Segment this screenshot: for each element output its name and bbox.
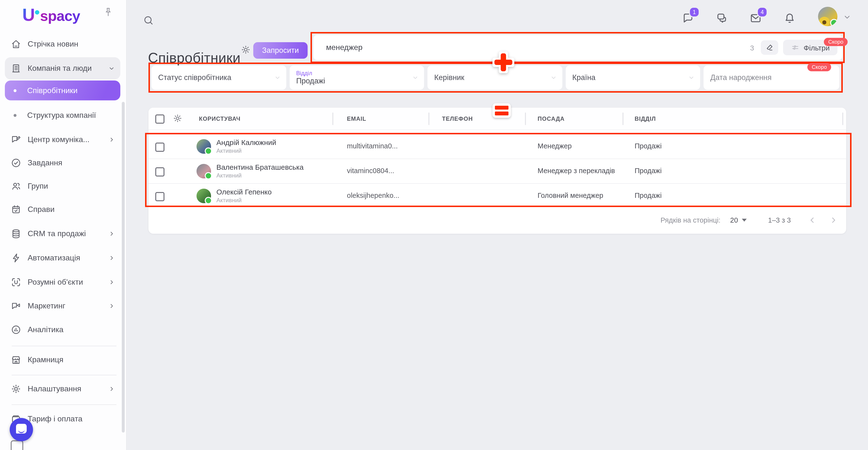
table-row[interactable]: Олексій Гепенко Активний oleksijhepenko.… <box>149 184 846 208</box>
employees-table-card: КОРИСТУВАЧ EMAIL ТЕЛЕФОН ПОСАДА ВІДДІЛ А… <box>149 108 846 234</box>
sidebar-item-label: Тариф і оплата <box>28 415 83 423</box>
building-icon <box>11 63 21 74</box>
sidebar-item-label: Завдання <box>28 159 62 167</box>
row-avatar <box>196 189 211 203</box>
next-page-button[interactable] <box>829 215 838 225</box>
filter-department[interactable]: Відділ Продажі <box>289 65 424 90</box>
rows-per-page-select[interactable]: 20 <box>730 216 747 224</box>
employee-position: Менеджер <box>537 142 572 150</box>
chevron-right-icon <box>108 254 116 262</box>
bullet-icon <box>13 114 17 117</box>
soon-badge: Скоро <box>807 63 831 71</box>
rows-per-page-value: 20 <box>730 216 738 224</box>
marketing-icon <box>11 301 21 311</box>
page-settings-gear-icon[interactable] <box>241 44 251 55</box>
chevron-down-icon <box>411 74 419 82</box>
table-settings-gear-icon[interactable] <box>173 114 182 123</box>
sidebar-item-settings[interactable]: Налаштування <box>0 377 126 400</box>
sidebar-scrollbar[interactable] <box>122 102 125 432</box>
employee-email: vitaminc0804... <box>347 167 394 174</box>
column-header-position: ПОСАДА <box>537 116 564 122</box>
internal-chats-icon[interactable] <box>715 11 728 25</box>
chevron-down-icon <box>550 74 557 82</box>
employee-department: Продажі <box>634 142 661 150</box>
logo-dot-icon <box>35 10 39 14</box>
chevron-right-icon <box>108 278 116 286</box>
row-checkbox[interactable] <box>155 142 164 152</box>
employee-status: Активний <box>216 197 242 204</box>
online-status-dot <box>830 19 837 26</box>
sidebar-item-label: Автоматизація <box>28 254 80 262</box>
sidebar-item-automation[interactable]: Автоматизація <box>0 246 126 269</box>
clear-search-button[interactable] <box>761 40 778 55</box>
column-divider[interactable] <box>842 112 843 125</box>
chevron-down-icon <box>108 64 116 72</box>
pin-sidebar-icon[interactable] <box>103 7 114 18</box>
sidebar-item-tasks[interactable]: Завдання <box>0 151 126 174</box>
invite-button[interactable]: Запросити <box>253 42 308 59</box>
sidebar-item-marketing[interactable]: Маркетинг <box>0 294 126 318</box>
employee-email: multivitamina0... <box>347 142 398 150</box>
lightning-icon <box>11 253 21 263</box>
home-icon <box>11 39 21 50</box>
employee-email: oleksijhepenko... <box>347 192 399 199</box>
select-all-checkbox[interactable] <box>155 115 164 124</box>
employee-department: Продажі <box>634 192 661 199</box>
chevron-right-icon <box>108 385 116 393</box>
sidebar-item-employees-active[interactable]: Співробітники <box>0 79 126 102</box>
sidebar-item-communication-center[interactable]: Центр комуніка... <box>0 128 126 151</box>
support-chat-button[interactable] <box>10 418 33 441</box>
employee-position: Головний менеджер <box>537 192 603 199</box>
row-checkbox[interactable] <box>155 167 164 176</box>
mail-badge: 4 <box>757 6 768 17</box>
previous-page-button[interactable] <box>807 215 817 225</box>
column-divider[interactable] <box>525 112 526 125</box>
check-circle-icon <box>11 158 21 168</box>
soon-badge: Скоро <box>824 38 848 46</box>
filter-country[interactable]: Країна <box>565 65 700 90</box>
user-avatar[interactable] <box>818 7 837 26</box>
sidebar-item-store[interactable]: Крамниця <box>0 348 126 372</box>
mail-icon[interactable]: 4 <box>749 11 762 25</box>
employee-name[interactable]: Валентина Браташевська <box>216 163 304 171</box>
filter-value: Продажі <box>296 76 325 85</box>
database-icon <box>11 228 21 239</box>
column-divider[interactable] <box>428 112 429 125</box>
profile-chevron-down-icon[interactable] <box>842 12 852 22</box>
sidebar-item-label: Центр комуніка... <box>28 135 90 144</box>
page-title: Співробітники <box>148 50 241 66</box>
sidebar-item-newsfeed[interactable]: Стрічка новин <box>0 32 126 56</box>
sidebar-item-activities[interactable]: Справи <box>0 198 126 221</box>
employee-search-bar: менеджер 3 Фільтри <box>313 35 842 60</box>
sidebar-item-label: CRM та продажі <box>28 229 86 238</box>
employee-name[interactable]: Олексій Гепенко <box>216 188 272 196</box>
table-row[interactable]: Андрій Калюжний Активний multivitamina0.… <box>149 134 846 159</box>
filter-placeholder: Статус співробітника <box>158 73 231 82</box>
chevron-down-icon <box>687 74 695 82</box>
table-row[interactable]: Валентина Браташевська Активний vitaminc… <box>149 159 846 184</box>
employee-name[interactable]: Андрій Калюжний <box>216 138 276 147</box>
employee-status: Активний <box>216 148 242 154</box>
search-input[interactable]: менеджер <box>326 43 750 52</box>
avatar-image <box>819 17 830 26</box>
row-checkbox[interactable] <box>155 192 164 201</box>
sidebar-item-crm[interactable]: CRM та продажі <box>0 222 126 245</box>
bell-icon[interactable] <box>783 11 796 25</box>
sidebar-item-smart-objects[interactable]: Розумні об'єкти <box>0 270 126 294</box>
messenger-icon[interactable]: 1 <box>681 11 694 25</box>
sidebar-item-label: Справи <box>28 205 55 214</box>
sidebar-item-label: Крамниця <box>28 355 63 364</box>
sidebar-item-company-people[interactable]: Компанія та люди <box>0 57 126 80</box>
column-divider[interactable] <box>622 112 623 125</box>
sidebar-item-company-structure[interactable]: Структура компанії <box>0 104 126 127</box>
uspacy-logo[interactable]: Uspacy <box>22 7 80 24</box>
sidebar-item-label: Маркетинг <box>28 301 65 310</box>
sidebar-item-analytics[interactable]: Аналітика <box>0 318 126 342</box>
filter-employee-status[interactable]: Статус співробітника <box>151 65 286 90</box>
column-divider[interactable] <box>332 112 333 125</box>
divider <box>12 346 117 346</box>
chevron-right-icon <box>108 230 116 237</box>
annotation-plus-icon <box>494 53 513 71</box>
global-search-icon[interactable] <box>143 14 154 26</box>
sidebar-item-groups[interactable]: Групи <box>0 174 126 198</box>
